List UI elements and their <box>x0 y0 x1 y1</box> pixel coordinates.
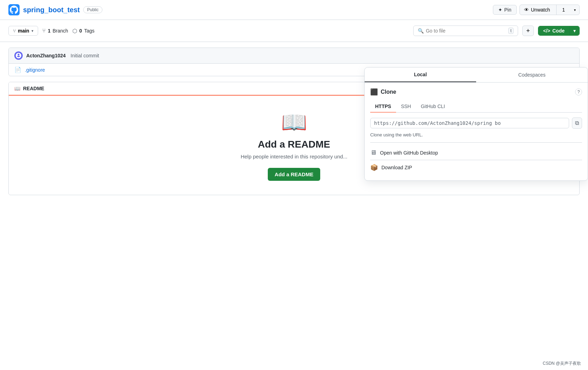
button-divider <box>556 5 557 15</box>
main-content: ActonZhang1024 Initial commit 📄 .gitigno… <box>0 48 588 195</box>
copy-url-button[interactable]: ⧉ <box>572 118 582 129</box>
author-avatar <box>14 51 23 60</box>
open-desktop-action[interactable]: 🖥 Open with GitHub Desktop <box>370 145 582 160</box>
unwatch-main-button[interactable]: 👁 Unwatch <box>520 5 554 15</box>
tags-count: 0 <box>79 28 82 34</box>
zip-icon: 📦 <box>370 164 378 171</box>
search-icon: 🔍 <box>418 28 424 34</box>
clone-title: ⬛ Clone <box>370 88 396 96</box>
search-shortcut-key: t <box>508 28 514 34</box>
tab-local[interactable]: Local <box>365 67 476 82</box>
download-zip-label: Download ZIP <box>381 165 412 170</box>
tags-label: Tags <box>84 28 95 34</box>
pin-button[interactable]: ✦ Pin <box>493 5 517 15</box>
branch-name: main <box>18 28 29 34</box>
file-name-link[interactable]: .gitignore <box>25 67 45 73</box>
clone-tab-cli[interactable]: GitHub CLI <box>416 101 450 113</box>
code-dropdown-panel: Local Codespaces ⬛ Clone ? HTTPS SSH Git… <box>364 67 588 181</box>
pin-label: Pin <box>504 7 511 13</box>
clone-tab-ssh[interactable]: SSH <box>396 101 416 113</box>
commit-message: Initial commit <box>71 53 99 58</box>
clone-help-button[interactable]: ? <box>575 88 582 95</box>
search-input[interactable] <box>426 28 506 34</box>
branch-selector-button[interactable]: ⑂ main ▾ <box>8 26 38 36</box>
branch-label: Branch <box>52 28 68 34</box>
branch-info-link[interactable]: ⑂ 1 Branch <box>42 28 68 34</box>
code-dropdown-button[interactable]: ▾ <box>569 26 579 35</box>
desktop-icon: 🖥 <box>370 149 377 156</box>
add-readme-button[interactable]: Add a README <box>268 168 321 181</box>
dropdown-body: ⬛ Clone ? HTTPS SSH GitHub CLI ⧉ Clone u… <box>365 83 588 180</box>
divider-1 <box>370 142 582 143</box>
readme-title: README <box>23 86 44 91</box>
clone-url-input[interactable] <box>370 118 569 128</box>
fork-icon: ⑂ <box>42 28 46 34</box>
commit-row: ActonZhang1024 Initial commit <box>9 48 579 64</box>
tags-info-link[interactable]: ⬡ 0 Tags <box>72 28 94 34</box>
clipboard-icon: ⧉ <box>575 120 579 126</box>
tag-icon: ⬡ <box>72 28 77 34</box>
code-icon: </> <box>543 28 550 34</box>
avatar-icon <box>16 53 21 58</box>
code-main-button[interactable]: </> Code <box>538 26 569 35</box>
code-label: Code <box>552 28 565 34</box>
repo-toolbar: ⑂ main ▾ ⑂ 1 Branch ⬡ 0 Tags 🔍 t + </> C… <box>0 20 588 42</box>
clone-sub-tab-list: HTTPS SSH GitHub CLI <box>370 101 582 113</box>
clone-url-row: ⧉ <box>370 118 582 129</box>
clone-header: ⬛ Clone ? <box>370 88 582 96</box>
clone-hint-text: Clone using the web URL. <box>370 132 582 137</box>
pin-icon: ✦ <box>498 7 502 13</box>
clone-title-text: Clone <box>381 89 396 95</box>
unwatch-label: Unwatch <box>531 7 550 13</box>
eye-icon: 👁 <box>524 7 529 13</box>
chevron-down-icon: ▾ <box>31 29 34 33</box>
unwatch-button-group: 👁 Unwatch 1 ▾ <box>519 5 580 15</box>
file-icon: 📄 <box>14 66 21 73</box>
repo-title-link[interactable]: spring_boot_test <box>23 6 80 14</box>
unwatch-count-button[interactable]: 1 <box>559 5 568 15</box>
visibility-badge: Public <box>83 6 102 13</box>
open-desktop-label: Open with GitHub Desktop <box>380 150 438 156</box>
branch-count: 1 <box>48 28 51 34</box>
tab-codespaces[interactable]: Codespaces <box>476 67 588 82</box>
unwatch-dropdown-button[interactable]: ▾ <box>571 5 579 15</box>
page-header: spring_boot_test Public ✦ Pin 👁 Unwatch … <box>0 0 588 20</box>
dropdown-tab-list: Local Codespaces <box>365 67 588 83</box>
branch-icon: ⑂ <box>13 28 16 34</box>
add-file-button[interactable]: + <box>522 26 534 36</box>
book-icon: 📖 <box>14 86 20 91</box>
goto-file-search: 🔍 t <box>413 26 518 36</box>
header-actions: ✦ Pin 👁 Unwatch 1 ▾ <box>493 5 580 15</box>
code-button-group: </> Code ▾ <box>538 26 580 36</box>
github-logo-icon <box>8 4 20 15</box>
clone-tab-https[interactable]: HTTPS <box>370 101 396 113</box>
terminal-icon: ⬛ <box>370 88 378 96</box>
commit-author[interactable]: ActonZhang1024 <box>26 53 66 58</box>
download-zip-action[interactable]: 📦 Download ZIP <box>370 160 582 175</box>
